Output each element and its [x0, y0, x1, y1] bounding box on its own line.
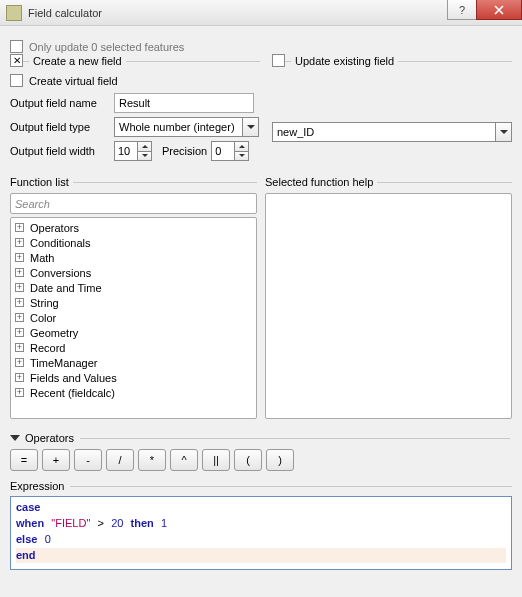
expand-icon[interactable]: + [15, 388, 24, 397]
tree-item-label: String [30, 297, 59, 309]
update-existing-field-legend: Update existing field [291, 55, 398, 67]
help-button[interactable]: ? [447, 0, 477, 20]
operator-button[interactable]: * [138, 449, 166, 471]
function-search-input[interactable]: Search [10, 193, 257, 214]
output-field-width-spinner[interactable]: 10 [114, 141, 152, 161]
precision-label: Precision [162, 145, 207, 157]
tree-item[interactable]: +Date and Time [11, 280, 256, 295]
operator-button[interactable]: ^ [170, 449, 198, 471]
expand-icon[interactable]: + [15, 223, 24, 232]
function-help-pane: Selected function help [265, 175, 512, 419]
tree-item[interactable]: +Record [11, 340, 256, 355]
expand-icon[interactable]: + [15, 253, 24, 262]
expand-icon[interactable]: + [15, 298, 24, 307]
tree-item-label: Math [30, 252, 54, 264]
create-virtual-field-label: Create virtual field [29, 75, 118, 87]
function-list-pane: Function list Search +Operators+Conditio… [10, 175, 257, 419]
create-new-field-group: Create a new field Create virtual field … [10, 61, 260, 161]
spinner-up-icon[interactable] [235, 142, 248, 151]
tree-item[interactable]: +TimeManager [11, 355, 256, 370]
create-new-field-checkbox[interactable] [10, 54, 23, 67]
update-existing-field-select[interactable]: new_ID [272, 122, 512, 142]
tree-item-label: TimeManager [30, 357, 97, 369]
function-list-legend: Function list [10, 176, 73, 188]
tree-item-label: Record [30, 342, 65, 354]
tree-item[interactable]: +String [11, 295, 256, 310]
tree-item-label: Operators [30, 222, 79, 234]
operator-button[interactable]: / [106, 449, 134, 471]
spinner-down-icon[interactable] [235, 151, 248, 161]
tree-item-label: Geometry [30, 327, 78, 339]
function-help-legend: Selected function help [265, 176, 377, 188]
expand-icon[interactable]: + [15, 343, 24, 352]
tree-item-label: Color [30, 312, 56, 324]
tree-item[interactable]: +Geometry [11, 325, 256, 340]
operator-button[interactable]: + [42, 449, 70, 471]
output-field-name-label: Output field name [10, 97, 110, 109]
chevron-down-icon [495, 123, 511, 141]
output-field-name-input[interactable]: Result [114, 93, 254, 113]
expression-legend: Expression [10, 480, 64, 492]
create-new-field-legend: Create a new field [29, 55, 126, 67]
operators-section-header[interactable]: Operators [10, 431, 512, 445]
tree-item-label: Conditionals [30, 237, 91, 249]
expand-icon[interactable]: + [15, 238, 24, 247]
operator-button[interactable]: ) [266, 449, 294, 471]
operator-button[interactable]: ( [234, 449, 262, 471]
output-field-type-select[interactable]: Whole number (integer) [114, 117, 259, 137]
tree-item[interactable]: +Operators [11, 220, 256, 235]
expand-icon[interactable]: + [15, 313, 24, 322]
tree-item-label: Conversions [30, 267, 91, 279]
tree-item[interactable]: +Conditionals [11, 235, 256, 250]
tree-item-label: Recent (fieldcalc) [30, 387, 115, 399]
caret-down-icon [10, 435, 20, 441]
tree-item[interactable]: +Conversions [11, 265, 256, 280]
create-virtual-field-checkbox[interactable] [10, 74, 23, 87]
expand-icon[interactable]: + [15, 328, 24, 337]
only-update-selected-checkbox[interactable] [10, 40, 23, 53]
function-tree[interactable]: +Operators+Conditionals+Math+Conversions… [10, 217, 257, 419]
operators-legend: Operators [25, 432, 74, 444]
function-help-box [265, 193, 512, 419]
operator-button[interactable]: = [10, 449, 38, 471]
update-existing-field-group: Update existing field new_ID [272, 61, 512, 142]
tree-item[interactable]: +Recent (fieldcalc) [11, 385, 256, 400]
close-button[interactable] [476, 0, 522, 20]
expression-editor[interactable]: case when "FIELD" > 20 then 1 else 0 end [10, 496, 512, 570]
tree-item[interactable]: +Color [11, 310, 256, 325]
operator-buttons-row: =+-/*^||() [10, 449, 512, 471]
update-existing-field-checkbox[interactable] [272, 54, 285, 67]
splitter-handle[interactable] [130, 422, 392, 428]
operator-button[interactable]: || [202, 449, 230, 471]
expand-icon[interactable]: + [15, 268, 24, 277]
tree-item-label: Fields and Values [30, 372, 117, 384]
spinner-up-icon[interactable] [138, 142, 151, 151]
precision-spinner[interactable]: 0 [211, 141, 249, 161]
window-title: Field calculator [28, 7, 102, 19]
spinner-down-icon[interactable] [138, 151, 151, 161]
svg-text:?: ? [459, 5, 465, 15]
operator-button[interactable]: - [74, 449, 102, 471]
only-update-selected-row: Only update 0 selected features [10, 40, 512, 53]
chevron-down-icon [242, 118, 258, 136]
output-field-width-label: Output field width [10, 145, 110, 157]
only-update-selected-label: Only update 0 selected features [29, 41, 184, 53]
tree-item[interactable]: +Math [11, 250, 256, 265]
expand-icon[interactable]: + [15, 283, 24, 292]
tree-item[interactable]: +Fields and Values [11, 370, 256, 385]
output-field-type-label: Output field type [10, 121, 110, 133]
expand-icon[interactable]: + [15, 373, 24, 382]
expand-icon[interactable]: + [15, 358, 24, 367]
title-bar: Field calculator ? [0, 0, 522, 26]
tree-item-label: Date and Time [30, 282, 102, 294]
app-icon [6, 5, 22, 21]
